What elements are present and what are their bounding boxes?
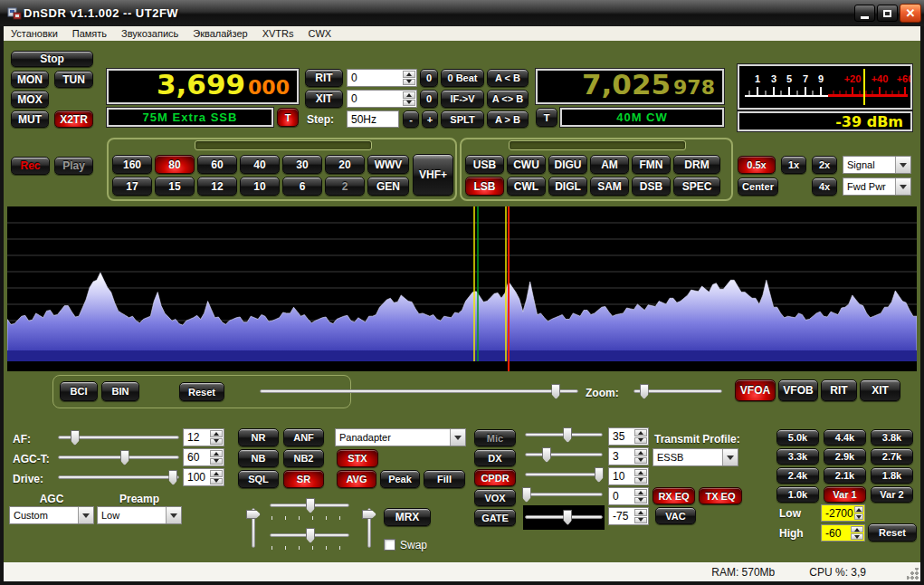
band-15-button[interactable]: 15	[155, 177, 195, 196]
slider-thumb[interactable]	[640, 384, 649, 399]
mic-button[interactable]: Mic	[474, 429, 516, 446]
maximize-button[interactable]	[877, 5, 898, 22]
nr-button[interactable]: NR	[238, 428, 279, 446]
spin-up-icon[interactable]	[634, 449, 647, 456]
sql-button[interactable]: SQL	[238, 470, 279, 488]
band-60-button[interactable]: 60	[197, 155, 237, 174]
drive-spinner-arrows[interactable]	[209, 469, 224, 485]
filter-var2-button[interactable]: Var 2	[871, 486, 913, 503]
slider-track[interactable]	[525, 453, 603, 456]
mut-button[interactable]: MUT	[11, 110, 49, 128]
mode-cwl-button[interactable]: CWL	[507, 177, 546, 196]
stop-button[interactable]: Stop	[11, 51, 93, 67]
transmit-profile-select[interactable]: ESSB	[653, 448, 738, 466]
avg-button[interactable]: AVG	[337, 470, 376, 488]
anf-button[interactable]: ANF	[283, 428, 324, 446]
slider-thumb[interactable]	[306, 528, 315, 543]
filter-5-0k-button[interactable]: 5.0k	[776, 429, 819, 446]
spin-up-icon[interactable]	[403, 91, 415, 99]
slider-thumb[interactable]	[563, 427, 572, 443]
gate-slider[interactable]	[525, 510, 603, 525]
slider-track[interactable]	[525, 473, 603, 476]
rit-pan-button[interactable]: RIT	[821, 379, 857, 401]
spin-down-icon[interactable]	[634, 517, 647, 524]
spin-up-icon[interactable]	[851, 526, 863, 532]
spin-up-icon[interactable]	[210, 470, 223, 477]
spin-down-icon[interactable]	[403, 100, 415, 107]
xit-spinner-arrows[interactable]	[402, 91, 416, 107]
filter-2-7k-button[interactable]: 2.7k	[871, 448, 913, 465]
mic-spinner-arrows[interactable]	[633, 428, 648, 445]
mixer-vslider-right[interactable]	[362, 508, 376, 548]
filter-3-8k-button[interactable]: 3.8k	[871, 429, 913, 446]
slider-thumb[interactable]	[71, 430, 80, 446]
agc-t-spinner-arrows[interactable]	[209, 449, 224, 465]
menu-cwx[interactable]: CWX	[301, 28, 339, 39]
band-40-button[interactable]: 40	[240, 155, 280, 174]
chevron-down-icon[interactable]	[78, 507, 93, 523]
a-swap-b-button[interactable]: A <> B	[487, 90, 529, 108]
rx-eq-button[interactable]: RX EQ	[653, 487, 695, 504]
slider-thumb[interactable]	[168, 470, 177, 485]
dx-button[interactable]: DX	[474, 449, 516, 466]
cpdr-slider[interactable]	[525, 467, 603, 483]
slider-thumb[interactable]	[563, 510, 572, 525]
preamp-select[interactable]: Low	[97, 506, 182, 524]
tun-button[interactable]: TUN	[54, 71, 93, 88]
af-slider[interactable]	[58, 430, 179, 446]
slider-track[interactable]	[260, 389, 578, 393]
vox-spinner-arrows[interactable]	[633, 488, 648, 504]
spin-down-icon[interactable]	[403, 79, 415, 86]
step-field[interactable]: 50Hz	[347, 110, 399, 128]
filter-reset-button[interactable]: Reset	[868, 523, 917, 542]
fill-button[interactable]: Fill	[424, 470, 465, 488]
spin-down-icon[interactable]	[210, 438, 223, 446]
nb-button[interactable]: NB	[238, 449, 279, 467]
chevron-down-icon[interactable]	[895, 157, 910, 173]
a-gt-b-button[interactable]: A > B	[487, 110, 529, 128]
mode-drm-button[interactable]: DRM	[673, 155, 720, 174]
spin-up-icon[interactable]	[403, 71, 415, 78]
band-30-button[interactable]: 30	[282, 155, 322, 174]
spin-up-icon[interactable]	[634, 509, 647, 516]
signal-select[interactable]: Signal	[843, 156, 911, 174]
vox-slider[interactable]	[525, 487, 603, 503]
slider-track[interactable]	[58, 475, 179, 479]
xit-zero-button[interactable]: 0	[420, 90, 438, 108]
spin-up-icon[interactable]	[210, 430, 223, 437]
slider-track[interactable]	[525, 493, 603, 496]
nb2-button[interactable]: NB2	[283, 449, 324, 467]
pan-zoom-slider[interactable]	[633, 384, 722, 399]
vfoa-button[interactable]: VFOA	[735, 379, 776, 401]
slider-track[interactable]	[58, 456, 179, 459]
panadapter-spectrum[interactable]	[7, 206, 917, 371]
menu-xvtrs[interactable]: XVTRs	[255, 28, 301, 39]
gate-button[interactable]: GATE	[474, 509, 516, 526]
bci-button[interactable]: BCI	[60, 381, 98, 401]
band-6-button[interactable]: 6	[282, 177, 322, 196]
agc-t-spinner[interactable]: 60	[183, 448, 224, 466]
filter-2-4k-button[interactable]: 2.4k	[776, 467, 819, 484]
bin-button[interactable]: BIN	[101, 381, 139, 401]
slider-thumb[interactable]	[120, 450, 129, 465]
spin-down-icon[interactable]	[854, 513, 863, 520]
mode-am-button[interactable]: AM	[590, 155, 629, 174]
tx-eq-button[interactable]: TX EQ	[699, 487, 742, 504]
filter-3-3k-button[interactable]: 3.3k	[776, 448, 819, 465]
drive-slider[interactable]	[58, 470, 179, 485]
spin-down-icon[interactable]	[851, 533, 863, 540]
minimize-button[interactable]	[854, 5, 875, 22]
title-bar[interactable]: DnSDR v1.1.002 -- UT2FW ✕	[0, 0, 924, 26]
spin-up-icon[interactable]	[210, 450, 223, 457]
drive-spinner[interactable]: 100	[183, 468, 224, 486]
spin-up-icon[interactable]	[634, 469, 647, 476]
scale-0-5x-button[interactable]: 0.5x	[738, 156, 776, 174]
dx-spinner-arrows[interactable]	[633, 448, 648, 465]
filter-4-4k-button[interactable]: 4.4k	[824, 429, 866, 446]
filter-low-arrows[interactable]	[853, 505, 864, 521]
dx-spinner[interactable]: 3	[608, 447, 649, 465]
spin-down-icon[interactable]	[210, 478, 223, 485]
af-spinner[interactable]: 12	[183, 428, 224, 446]
mon-button[interactable]: MON	[11, 71, 49, 88]
filter-low-spinner[interactable]: -2700	[821, 504, 865, 522]
